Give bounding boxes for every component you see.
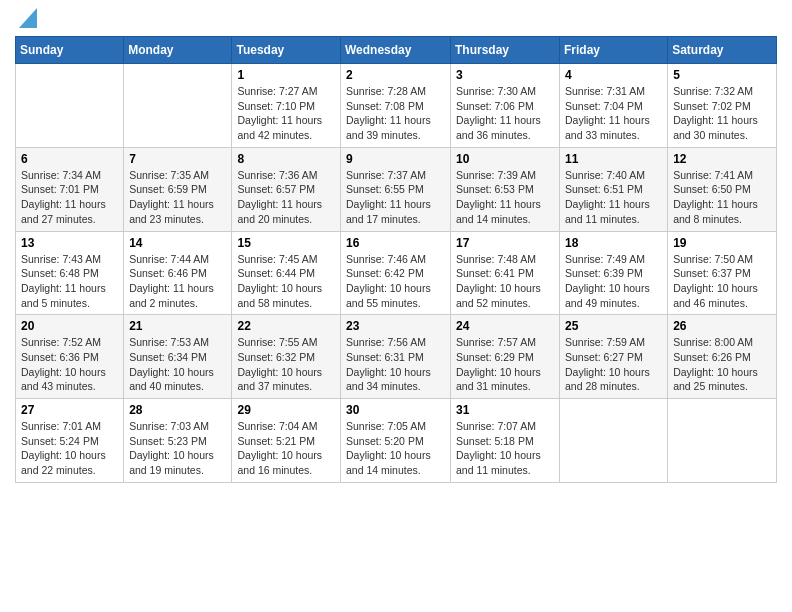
day-cell: 8Sunrise: 7:36 AMSunset: 6:57 PMDaylight… (232, 147, 341, 231)
header-saturday: Saturday (668, 37, 777, 64)
day-info: Sunrise: 7:52 AMSunset: 6:36 PMDaylight:… (21, 335, 118, 394)
day-info: Sunrise: 7:32 AMSunset: 7:02 PMDaylight:… (673, 84, 771, 143)
day-number: 20 (21, 319, 118, 333)
day-info: Sunrise: 7:53 AMSunset: 6:34 PMDaylight:… (129, 335, 226, 394)
day-cell: 25Sunrise: 7:59 AMSunset: 6:27 PMDayligh… (560, 315, 668, 399)
day-number: 12 (673, 152, 771, 166)
day-cell: 15Sunrise: 7:45 AMSunset: 6:44 PMDayligh… (232, 231, 341, 315)
day-cell: 17Sunrise: 7:48 AMSunset: 6:41 PMDayligh… (451, 231, 560, 315)
logo (15, 10, 37, 28)
day-info: Sunrise: 7:56 AMSunset: 6:31 PMDaylight:… (346, 335, 445, 394)
day-info: Sunrise: 7:41 AMSunset: 6:50 PMDaylight:… (673, 168, 771, 227)
day-cell: 4Sunrise: 7:31 AMSunset: 7:04 PMDaylight… (560, 64, 668, 148)
day-number: 8 (237, 152, 335, 166)
day-info: Sunrise: 7:57 AMSunset: 6:29 PMDaylight:… (456, 335, 554, 394)
day-info: Sunrise: 7:48 AMSunset: 6:41 PMDaylight:… (456, 252, 554, 311)
day-number: 7 (129, 152, 226, 166)
day-cell: 13Sunrise: 7:43 AMSunset: 6:48 PMDayligh… (16, 231, 124, 315)
day-cell: 7Sunrise: 7:35 AMSunset: 6:59 PMDaylight… (124, 147, 232, 231)
day-cell: 22Sunrise: 7:55 AMSunset: 6:32 PMDayligh… (232, 315, 341, 399)
calendar-header-row: SundayMondayTuesdayWednesdayThursdayFrid… (16, 37, 777, 64)
day-number: 14 (129, 236, 226, 250)
header-friday: Friday (560, 37, 668, 64)
day-info: Sunrise: 7:28 AMSunset: 7:08 PMDaylight:… (346, 84, 445, 143)
day-cell: 6Sunrise: 7:34 AMSunset: 7:01 PMDaylight… (16, 147, 124, 231)
day-cell: 5Sunrise: 7:32 AMSunset: 7:02 PMDaylight… (668, 64, 777, 148)
week-row-5: 27Sunrise: 7:01 AMSunset: 5:24 PMDayligh… (16, 399, 777, 483)
day-number: 2 (346, 68, 445, 82)
day-cell: 9Sunrise: 7:37 AMSunset: 6:55 PMDaylight… (341, 147, 451, 231)
day-number: 21 (129, 319, 226, 333)
day-cell: 30Sunrise: 7:05 AMSunset: 5:20 PMDayligh… (341, 399, 451, 483)
day-cell: 23Sunrise: 7:56 AMSunset: 6:31 PMDayligh… (341, 315, 451, 399)
day-cell (16, 64, 124, 148)
day-cell: 20Sunrise: 7:52 AMSunset: 6:36 PMDayligh… (16, 315, 124, 399)
day-cell: 16Sunrise: 7:46 AMSunset: 6:42 PMDayligh… (341, 231, 451, 315)
day-number: 25 (565, 319, 662, 333)
day-cell (124, 64, 232, 148)
week-row-1: 1Sunrise: 7:27 AMSunset: 7:10 PMDaylight… (16, 64, 777, 148)
day-info: Sunrise: 7:50 AMSunset: 6:37 PMDaylight:… (673, 252, 771, 311)
day-cell: 26Sunrise: 8:00 AMSunset: 6:26 PMDayligh… (668, 315, 777, 399)
calendar-table: SundayMondayTuesdayWednesdayThursdayFrid… (15, 36, 777, 483)
day-cell: 19Sunrise: 7:50 AMSunset: 6:37 PMDayligh… (668, 231, 777, 315)
day-cell: 1Sunrise: 7:27 AMSunset: 7:10 PMDaylight… (232, 64, 341, 148)
day-number: 17 (456, 236, 554, 250)
header-tuesday: Tuesday (232, 37, 341, 64)
header-thursday: Thursday (451, 37, 560, 64)
day-info: Sunrise: 7:03 AMSunset: 5:23 PMDaylight:… (129, 419, 226, 478)
day-info: Sunrise: 7:44 AMSunset: 6:46 PMDaylight:… (129, 252, 226, 311)
svg-marker-0 (19, 8, 37, 28)
header-sunday: Sunday (16, 37, 124, 64)
day-cell (668, 399, 777, 483)
day-number: 30 (346, 403, 445, 417)
day-info: Sunrise: 7:07 AMSunset: 5:18 PMDaylight:… (456, 419, 554, 478)
day-info: Sunrise: 7:55 AMSunset: 6:32 PMDaylight:… (237, 335, 335, 394)
day-info: Sunrise: 7:30 AMSunset: 7:06 PMDaylight:… (456, 84, 554, 143)
day-cell: 10Sunrise: 7:39 AMSunset: 6:53 PMDayligh… (451, 147, 560, 231)
day-info: Sunrise: 7:37 AMSunset: 6:55 PMDaylight:… (346, 168, 445, 227)
day-number: 6 (21, 152, 118, 166)
day-cell: 11Sunrise: 7:40 AMSunset: 6:51 PMDayligh… (560, 147, 668, 231)
day-number: 5 (673, 68, 771, 82)
logo-icon (19, 8, 37, 28)
week-row-2: 6Sunrise: 7:34 AMSunset: 7:01 PMDaylight… (16, 147, 777, 231)
day-info: Sunrise: 7:31 AMSunset: 7:04 PMDaylight:… (565, 84, 662, 143)
day-info: Sunrise: 7:27 AMSunset: 7:10 PMDaylight:… (237, 84, 335, 143)
day-number: 28 (129, 403, 226, 417)
day-cell: 12Sunrise: 7:41 AMSunset: 6:50 PMDayligh… (668, 147, 777, 231)
day-number: 9 (346, 152, 445, 166)
day-number: 18 (565, 236, 662, 250)
day-number: 15 (237, 236, 335, 250)
day-number: 13 (21, 236, 118, 250)
day-info: Sunrise: 7:49 AMSunset: 6:39 PMDaylight:… (565, 252, 662, 311)
day-info: Sunrise: 7:04 AMSunset: 5:21 PMDaylight:… (237, 419, 335, 478)
week-row-4: 20Sunrise: 7:52 AMSunset: 6:36 PMDayligh… (16, 315, 777, 399)
day-info: Sunrise: 7:01 AMSunset: 5:24 PMDaylight:… (21, 419, 118, 478)
day-number: 26 (673, 319, 771, 333)
day-cell: 3Sunrise: 7:30 AMSunset: 7:06 PMDaylight… (451, 64, 560, 148)
day-info: Sunrise: 7:05 AMSunset: 5:20 PMDaylight:… (346, 419, 445, 478)
day-cell: 31Sunrise: 7:07 AMSunset: 5:18 PMDayligh… (451, 399, 560, 483)
header-wednesday: Wednesday (341, 37, 451, 64)
header-monday: Monday (124, 37, 232, 64)
day-cell: 18Sunrise: 7:49 AMSunset: 6:39 PMDayligh… (560, 231, 668, 315)
day-cell (560, 399, 668, 483)
day-info: Sunrise: 7:46 AMSunset: 6:42 PMDaylight:… (346, 252, 445, 311)
day-number: 4 (565, 68, 662, 82)
day-cell: 2Sunrise: 7:28 AMSunset: 7:08 PMDaylight… (341, 64, 451, 148)
day-number: 3 (456, 68, 554, 82)
day-number: 19 (673, 236, 771, 250)
day-number: 24 (456, 319, 554, 333)
week-row-3: 13Sunrise: 7:43 AMSunset: 6:48 PMDayligh… (16, 231, 777, 315)
day-info: Sunrise: 7:59 AMSunset: 6:27 PMDaylight:… (565, 335, 662, 394)
day-cell: 27Sunrise: 7:01 AMSunset: 5:24 PMDayligh… (16, 399, 124, 483)
day-info: Sunrise: 7:40 AMSunset: 6:51 PMDaylight:… (565, 168, 662, 227)
day-info: Sunrise: 7:34 AMSunset: 7:01 PMDaylight:… (21, 168, 118, 227)
day-number: 10 (456, 152, 554, 166)
day-number: 27 (21, 403, 118, 417)
day-number: 31 (456, 403, 554, 417)
day-number: 29 (237, 403, 335, 417)
day-cell: 14Sunrise: 7:44 AMSunset: 6:46 PMDayligh… (124, 231, 232, 315)
day-cell: 21Sunrise: 7:53 AMSunset: 6:34 PMDayligh… (124, 315, 232, 399)
